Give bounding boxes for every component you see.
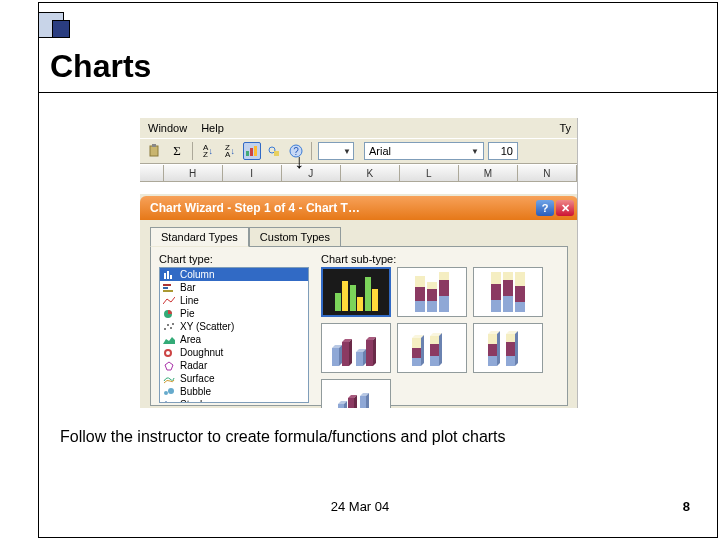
list-item-scatter[interactable]: XY (Scatter)	[160, 320, 308, 333]
svg-marker-23	[165, 362, 173, 370]
column-chart-icon	[162, 269, 176, 280]
subtype-3d-clustered-column[interactable]	[321, 323, 391, 373]
paste-icon[interactable]	[146, 142, 164, 160]
excel-screenshot: Window Help Ty Σ AZ↓ ZA↓ ? ▼ Arial▼ 10 H…	[140, 118, 578, 408]
list-item-bubble[interactable]: Bubble	[160, 385, 308, 398]
svg-rect-35	[356, 352, 363, 366]
zoom-dropdown[interactable]: ▼	[318, 142, 354, 160]
menu-help[interactable]: Help	[201, 122, 224, 134]
sort-asc-icon[interactable]: AZ↓	[199, 142, 217, 160]
title-rule	[38, 92, 718, 93]
list-item-column[interactable]: Column	[160, 268, 308, 281]
autosum-icon[interactable]: Σ	[168, 142, 186, 160]
line-chart-icon	[162, 295, 176, 306]
subtype-3d-stacked-column[interactable]	[397, 323, 467, 373]
dialog-titlebar[interactable]: Chart Wizard - Step 1 of 4 - Chart T… ? …	[140, 196, 578, 220]
font-size-value: 10	[501, 145, 513, 157]
svg-rect-62	[338, 404, 344, 408]
drawing-icon[interactable]	[265, 142, 283, 160]
radar-chart-icon	[162, 360, 176, 371]
subtype-3d-column[interactable]	[321, 379, 391, 408]
subtype-3d-100pct-stacked-column[interactable]	[473, 323, 543, 373]
svg-rect-58	[506, 342, 515, 356]
svg-rect-1	[152, 144, 156, 147]
col-head-blank[interactable]	[140, 165, 164, 181]
chart-subtype-label: Chart sub-type:	[321, 253, 559, 265]
svg-point-17	[167, 324, 169, 326]
dialog-help-button[interactable]: ?	[536, 200, 554, 216]
col-head[interactable]: L	[400, 165, 459, 181]
chart-type-label: Chart type:	[159, 253, 309, 265]
svg-point-22	[166, 351, 170, 355]
list-item-radar[interactable]: Radar	[160, 359, 308, 372]
svg-marker-50	[439, 333, 442, 366]
svg-rect-29	[332, 348, 339, 366]
list-item-area[interactable]: Area	[160, 333, 308, 346]
accent-square-dark	[52, 20, 70, 38]
svg-rect-57	[506, 334, 515, 342]
subtype-clustered-column[interactable]	[321, 267, 391, 317]
svg-marker-55	[497, 331, 500, 366]
type-here-fragment: Ty	[559, 122, 577, 134]
svg-rect-14	[163, 290, 173, 292]
svg-marker-34	[349, 339, 352, 366]
col-head[interactable]: M	[459, 165, 518, 181]
list-item-line[interactable]: Line	[160, 294, 308, 307]
svg-rect-12	[163, 284, 171, 286]
toolbar-separator-2	[311, 142, 312, 160]
svg-point-18	[170, 327, 172, 329]
svg-rect-9	[164, 273, 166, 279]
footer-page-number: 8	[683, 499, 690, 514]
list-item-surface[interactable]: Surface	[160, 372, 308, 385]
stock-chart-icon	[162, 399, 176, 403]
bar-chart-icon	[162, 282, 176, 293]
tab-standard-types[interactable]: Standard Types	[150, 227, 249, 247]
chart-type-list[interactable]: Column Bar Line Pie XY (Scatter) Area Do…	[159, 267, 309, 403]
slide-title: Charts	[50, 48, 151, 85]
svg-point-25	[168, 388, 174, 394]
surface-chart-icon	[162, 373, 176, 384]
col-head[interactable]: N	[518, 165, 577, 181]
chart-wizard-icon[interactable]	[243, 142, 261, 160]
tab-panel: Chart type: Column Bar Line Pie XY (Scat…	[150, 246, 568, 406]
tab-custom-types[interactable]: Custom Types	[249, 227, 341, 247]
pointer-arrow: ↓	[294, 150, 304, 173]
svg-rect-32	[342, 342, 349, 366]
font-select[interactable]: Arial▼	[364, 142, 484, 160]
svg-marker-37	[363, 349, 366, 366]
font-value: Arial	[369, 145, 391, 157]
dialog-close-button[interactable]: ✕	[556, 200, 574, 216]
spreadsheet-cells[interactable]	[140, 182, 577, 194]
menu-window[interactable]: Window	[148, 122, 187, 134]
bubble-chart-icon	[162, 386, 176, 397]
svg-rect-3	[250, 148, 253, 156]
svg-rect-13	[163, 287, 168, 289]
list-item-doughnut[interactable]: Doughnut	[160, 346, 308, 359]
area-chart-icon	[162, 334, 176, 345]
svg-rect-68	[360, 396, 366, 408]
subtype-grid	[321, 267, 553, 408]
svg-marker-20	[163, 337, 175, 344]
scatter-chart-icon	[162, 321, 176, 332]
col-head[interactable]: H	[164, 165, 223, 181]
list-item-bar[interactable]: Bar	[160, 281, 308, 294]
sort-desc-icon[interactable]: ZA↓	[221, 142, 239, 160]
svg-rect-0	[150, 146, 158, 156]
col-head[interactable]: J	[282, 165, 341, 181]
list-item-stock[interactable]: Stock	[160, 398, 308, 403]
col-head[interactable]: K	[341, 165, 400, 181]
chevron-down-icon: ▼	[343, 147, 351, 156]
svg-marker-45	[421, 335, 424, 366]
list-item-pie[interactable]: Pie	[160, 307, 308, 320]
svg-rect-10	[167, 271, 169, 279]
svg-rect-48	[430, 344, 439, 356]
col-head[interactable]: I	[223, 165, 282, 181]
subtype-stacked-column[interactable]	[397, 267, 467, 317]
svg-point-19	[172, 323, 174, 325]
dialog-body: Standard Types Custom Types Chart type: …	[140, 220, 578, 408]
svg-rect-11	[170, 275, 172, 279]
font-size-select[interactable]: 10	[488, 142, 518, 160]
chevron-down-icon: ▼	[471, 147, 479, 156]
svg-rect-6	[274, 151, 279, 156]
subtype-100pct-stacked-column[interactable]	[473, 267, 543, 317]
